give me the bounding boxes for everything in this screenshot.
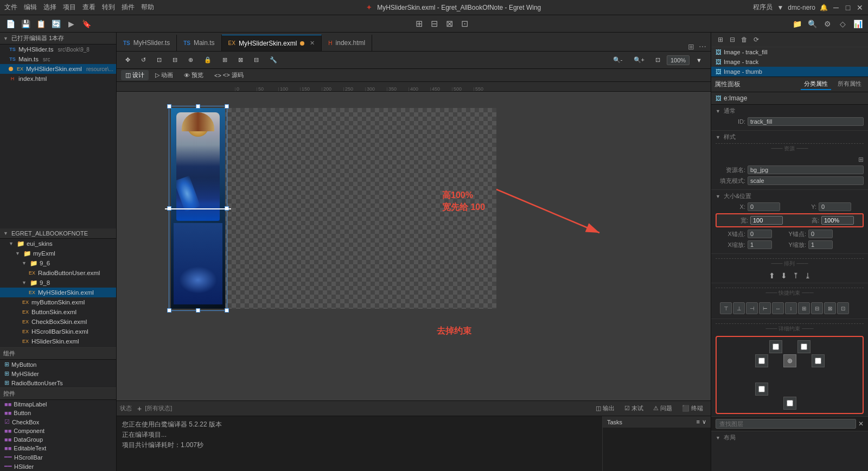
sidebar-toggle-2[interactable]: 🔍: [806, 18, 818, 30]
qc-7[interactable]: ⊞: [798, 302, 810, 314]
qc-8[interactable]: ⊟: [811, 302, 823, 314]
handle-bl[interactable]: [167, 308, 171, 313]
file-hsliderskin[interactable]: EX HSliderSkin.exml: [0, 336, 116, 346]
zoom-fit-icon[interactable]: ⊡: [651, 55, 665, 65]
yanchor-input[interactable]: [808, 230, 833, 238]
sidebar-toggle-1[interactable]: 📁: [791, 18, 803, 30]
tab-index[interactable]: H index.html: [322, 35, 372, 51]
arrange-icon-1[interactable]: ⬆: [767, 271, 777, 281]
menu-select[interactable]: 选择: [43, 3, 56, 12]
ctrl-button[interactable]: ■■ Button: [0, 409, 116, 417]
file-myhsliderskin[interactable]: EX MyHSliderSkin.exml: [0, 288, 116, 297]
x-input[interactable]: [748, 202, 780, 211]
more-tabs-icon[interactable]: ⋯: [699, 42, 706, 51]
bookmark-icon[interactable]: 🔖: [80, 18, 92, 30]
maximize-btn[interactable]: □: [844, 4, 852, 11]
sidebar-toggle-4[interactable]: ◇: [837, 18, 848, 30]
layout-icon-2[interactable]: ⊟: [428, 18, 440, 30]
add-state-btn[interactable]: +: [137, 404, 142, 413]
menu-goto[interactable]: 转到: [102, 3, 115, 12]
layer-track-fill[interactable]: 🖼 Image - track_fill: [711, 47, 868, 57]
mode-preview[interactable]: 👁 预览: [180, 70, 208, 80]
ctrl-component[interactable]: ■■ Component: [0, 427, 116, 435]
cc-top-check[interactable]: [773, 343, 779, 350]
minimize-btn[interactable]: ─: [832, 4, 840, 11]
tab-myhsliderskin[interactable]: EX MyHSliderSkin.exml ✕: [222, 35, 322, 51]
rotate-tool-icon[interactable]: ↺: [137, 55, 150, 65]
tasks-actions[interactable]: ≡ ∨: [697, 418, 706, 425]
width-input[interactable]: [750, 216, 783, 225]
qc-3[interactable]: ⊣: [746, 302, 758, 314]
bottom-tab-test[interactable]: ☑ 末试: [620, 403, 648, 413]
new-file-icon[interactable]: 📄: [4, 18, 16, 30]
cc-bottomleft-check[interactable]: [758, 386, 765, 392]
file-mybuttonskin[interactable]: EX myButtonSkin.exml: [0, 297, 116, 307]
ctrl-hscrollbar[interactable]: ━━ HScrollBar: [0, 453, 116, 462]
arrange-icon-3[interactable]: ⤒: [791, 271, 801, 281]
tasks-list-icon[interactable]: ≡: [697, 418, 700, 425]
cc-topright-check[interactable]: [801, 343, 807, 350]
open-editors-section[interactable]: ▼ 已打开编辑器 1本存: [0, 33, 116, 44]
open-file-main[interactable]: TS Main.ts src: [0, 54, 116, 64]
anchor-tool-icon[interactable]: ⊕: [184, 55, 197, 65]
layer-search-clear[interactable]: ✕: [858, 420, 864, 428]
add-resource-icon[interactable]: ⊞: [858, 156, 864, 163]
cc-right-check[interactable]: [815, 358, 821, 364]
ctrl-editabletext[interactable]: ■■ EditableText: [0, 444, 116, 453]
handle-br[interactable]: [225, 308, 229, 313]
folder-myexml[interactable]: ▼ 📁 myExml: [0, 249, 116, 258]
cc-bottomleft[interactable]: [755, 383, 768, 396]
file-checkboxskin[interactable]: EX CheckBoxSkin.exml: [0, 317, 116, 327]
bottom-tab-output[interactable]: ◫ 输出: [591, 403, 619, 413]
file-radiobuttonuser[interactable]: EX RadioButtonUser.exml: [0, 268, 116, 278]
qc-10[interactable]: ⊡: [837, 302, 849, 314]
layer-thumb[interactable]: 🖼 Image - thumb: [711, 67, 868, 77]
yscale-input[interactable]: [808, 240, 833, 249]
comp-radiobuttonuserts[interactable]: ⊞ RadioButtonUserTs: [0, 378, 116, 387]
snap-tool-icon[interactable]: ⊟: [250, 55, 263, 65]
folder-euiskins[interactable]: ▼ 📁 eui_skins: [0, 239, 116, 249]
close-btn[interactable]: ✕: [856, 4, 864, 11]
cc-right[interactable]: [812, 354, 825, 367]
notification-icon[interactable]: 🔔: [820, 4, 828, 11]
comp-myhslider[interactable]: ⊞ MyHSlider: [0, 369, 116, 378]
resize-tool-icon[interactable]: ⊡: [152, 55, 166, 65]
grid-tool-icon[interactable]: ⊞: [218, 55, 232, 65]
qc-4[interactable]: ⊢: [759, 302, 771, 314]
tasks-expand-icon[interactable]: ∨: [702, 418, 706, 425]
menu-help[interactable]: 帮助: [141, 3, 154, 12]
layout-icon-4[interactable]: ⊡: [458, 18, 470, 30]
layout-icon-1[interactable]: ⊞: [413, 18, 425, 30]
run-icon[interactable]: ▶: [65, 18, 77, 30]
distribute-tool-icon[interactable]: ⊠: [234, 55, 247, 65]
mode-design[interactable]: ◫ 设计: [121, 70, 149, 80]
lock-tool-icon[interactable]: 🔒: [200, 55, 216, 65]
zoom-in-icon[interactable]: 🔍+: [629, 55, 649, 65]
folder-98[interactable]: ▼ 📁 9_8: [0, 278, 116, 288]
bottom-tab-problems[interactable]: ⚠ 问题: [649, 403, 676, 413]
transform-tool-icon[interactable]: 🔧: [265, 55, 282, 65]
zoom-out-icon[interactable]: 🔍-: [609, 55, 627, 65]
layer-track[interactable]: 🖼 Image - track: [711, 57, 868, 67]
y-input[interactable]: [819, 202, 851, 211]
height-input[interactable]: [821, 216, 854, 225]
id-input[interactable]: [748, 117, 864, 126]
mode-code[interactable]: <> <> 源码: [210, 70, 248, 80]
resource-name-input[interactable]: [748, 166, 864, 174]
window-controls[interactable]: 程序员 ▼ dmc-nero 🔔 ─ □ ✕: [753, 3, 864, 12]
qc-9[interactable]: ⊠: [824, 302, 836, 314]
split-editor-icon[interactable]: ⊞: [688, 42, 694, 51]
save-icon[interactable]: 💾: [20, 18, 31, 30]
menu-plugin[interactable]: 插件: [122, 3, 135, 12]
xscale-input[interactable]: [748, 240, 772, 249]
file-hscrollbarskin[interactable]: EX HScrollBarSkin.exml: [0, 327, 116, 336]
layer-tool-1[interactable]: ⊞: [716, 35, 725, 44]
align-tool-icon[interactable]: ⊟: [168, 55, 182, 65]
zoom-level[interactable]: 100%: [667, 55, 690, 65]
tab-all[interactable]: 所有属性: [834, 79, 865, 90]
layer-tool-2[interactable]: ⊟: [727, 35, 737, 44]
open-file-mysliderskin[interactable]: EX MyHSliderSkin.exml resource\...: [0, 64, 116, 74]
folder-96[interactable]: ▼ 📁 9_6: [0, 258, 116, 268]
arrange-icon-2[interactable]: ⬇: [779, 271, 789, 281]
cc-bottom-check[interactable]: [787, 400, 793, 406]
